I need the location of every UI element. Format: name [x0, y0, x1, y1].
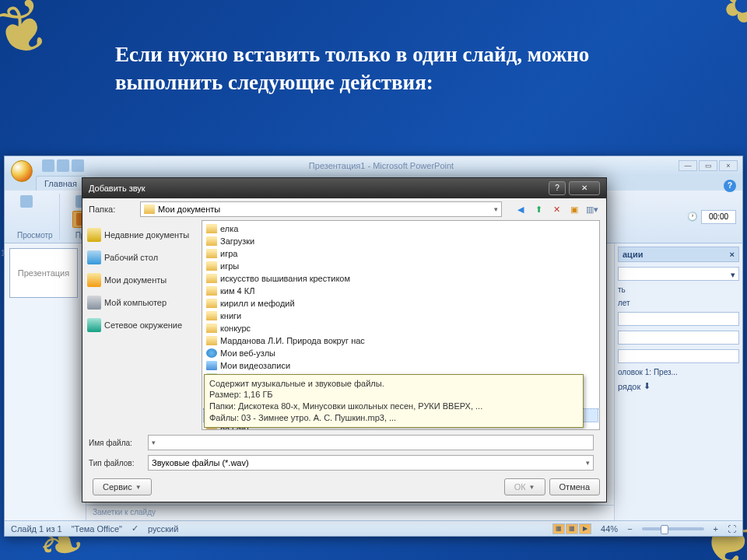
zoom-slider[interactable]	[642, 527, 704, 530]
sorter-view-button[interactable]: ▦	[566, 523, 578, 534]
timing-control: 🕐	[687, 194, 736, 240]
status-slide: Слайд 1 из 1	[11, 524, 62, 534]
minimize-button[interactable]: —	[679, 160, 697, 171]
file-item[interactable]: игры	[204, 260, 598, 272]
clock-icon: 🕐	[687, 212, 698, 222]
zoom-out-button[interactable]: −	[627, 524, 632, 534]
file-list[interactable]: елкаЗагрузкииграигрыискусство вышивания …	[202, 220, 600, 430]
tab-home[interactable]: Главная	[36, 176, 86, 191]
ok-button[interactable]: ОК▼	[504, 478, 545, 495]
maximize-button[interactable]: ▭	[699, 160, 717, 171]
slide-heading: Если нужно вставить только в один слайд,…	[115, 40, 669, 97]
folder-icon	[206, 286, 217, 296]
file-item[interactable]: ким 4 КЛ	[204, 285, 598, 297]
folder-label: Папка:	[89, 205, 134, 214]
close-button[interactable]: ×	[719, 160, 738, 171]
group-preview-label: Просмотр	[17, 229, 53, 240]
normal-view-button[interactable]: ▦	[552, 523, 565, 534]
filename-label: Имя файла:	[89, 439, 142, 447]
up-icon[interactable]: ⬆	[531, 201, 546, 217]
desktop-icon	[87, 250, 101, 264]
tp-select-2[interactable]	[618, 312, 739, 326]
spellcheck-icon: ✓	[132, 523, 139, 534]
folder-icon	[206, 236, 217, 246]
status-theme: "Тема Office"	[72, 524, 122, 534]
place-computer[interactable]: Мой компьютер	[84, 292, 200, 313]
taskpane-close[interactable]: ×	[730, 250, 735, 259]
folder-icon	[206, 336, 217, 345]
video-icon	[206, 361, 217, 370]
folder-icon	[206, 311, 217, 320]
file-item[interactable]: книги	[204, 310, 598, 322]
place-network[interactable]: Сетевое окружение	[84, 314, 200, 336]
qat-save-icon[interactable]	[42, 159, 54, 172]
tp-select-4[interactable]	[618, 349, 739, 363]
fit-button[interactable]: ⛶	[728, 524, 736, 534]
time-input[interactable]	[701, 210, 736, 224]
window-buttons: — ▭ ×	[679, 160, 738, 171]
views-icon[interactable]: ▥▾	[584, 201, 600, 217]
new-folder-icon[interactable]: ▣	[566, 201, 582, 217]
filetype-label: Тип файлов:	[89, 459, 142, 467]
insert-sound-dialog: Добавить звук ? ✕ Папка: Мои документы ▾…	[82, 177, 607, 502]
place-desktop[interactable]: Рабочий стол	[84, 247, 200, 268]
file-item[interactable]: Мои веб-узлы	[204, 347, 598, 359]
status-lang: русский	[148, 524, 178, 534]
ornament-tr: ✿	[713, 0, 747, 37]
tp-select-3[interactable]	[618, 331, 739, 345]
filename-input[interactable]	[148, 435, 594, 450]
window-title: Презентация1 - Microsoft PowerPoint	[84, 161, 679, 170]
dialog-help-button[interactable]: ?	[549, 181, 566, 195]
thumbnail-1[interactable]: Презентация	[9, 248, 78, 298]
folder-icon	[206, 274, 217, 283]
file-item[interactable]: Загрузки	[204, 235, 598, 247]
folder-icon	[206, 324, 217, 333]
file-item[interactable]: Марданова Л.И. Природа вокруг нас	[204, 334, 598, 347]
help-button[interactable]: ?	[724, 180, 736, 192]
office-button[interactable]	[11, 160, 33, 182]
recent-icon	[87, 228, 101, 242]
place-recent[interactable]: Недавние документы	[84, 224, 200, 246]
dialog-toolbar: ◀ ⬆ ✕ ▣ ▥▾	[513, 201, 600, 217]
cancel-button[interactable]: Отмена	[549, 478, 600, 495]
web-icon	[206, 348, 217, 358]
back-icon[interactable]: ◀	[513, 201, 528, 217]
quick-access-toolbar	[42, 159, 84, 172]
network-icon	[87, 318, 101, 332]
file-item[interactable]: кирилл и мефодий	[204, 297, 598, 310]
qat-undo-icon[interactable]	[57, 159, 69, 172]
place-documents[interactable]: Мои документы	[84, 269, 200, 291]
order-icon[interactable]: ⬇	[644, 381, 651, 391]
folder-icon	[206, 224, 217, 233]
status-bar: Слайд 1 из 1 "Тема Office" ✓ русский ▦ ▦…	[5, 520, 742, 536]
folder-icon	[144, 205, 155, 214]
filetype-dropdown[interactable]: Звуковые файлы (*.wav)	[148, 455, 594, 471]
zoom-in-button[interactable]: +	[714, 524, 718, 534]
file-item[interactable]: искусство вышивания крестиком	[204, 272, 598, 285]
folder-icon	[206, 299, 217, 308]
preview-button[interactable]	[17, 194, 53, 209]
file-item[interactable]: елка	[204, 222, 598, 235]
qat-redo-icon[interactable]	[72, 159, 84, 172]
view-buttons: ▦ ▦ ▶	[552, 523, 591, 534]
file-item[interactable]: Мои видеозаписи	[204, 359, 598, 372]
service-button[interactable]: Сервис▼	[93, 478, 152, 495]
delete-icon[interactable]: ✕	[549, 201, 564, 217]
play-icon	[20, 195, 33, 208]
places-bar: Недавние документы Рабочий стол Мои доку…	[82, 220, 202, 430]
tooltip: Содержит музыкальные и звуковые файлы. Р…	[204, 374, 584, 428]
dialog-close-button[interactable]: ✕	[569, 181, 600, 195]
file-item[interactable]: игра	[204, 247, 598, 260]
slideshow-button[interactable]: ▶	[579, 523, 591, 534]
folder-icon	[206, 261, 217, 271]
task-pane: ации× ▾ ть лет оловок 1: През... рядок⬇	[614, 243, 742, 520]
dialog-title: Добавить звук	[89, 184, 146, 193]
folder-dropdown[interactable]: Мои документы ▾	[140, 201, 502, 217]
tp-select-1[interactable]: ▾	[618, 267, 739, 281]
computer-icon	[87, 296, 101, 310]
documents-icon	[87, 273, 101, 287]
notes-pane[interactable]: Заметки к слайду	[86, 505, 614, 520]
ornament-tl: ❦	[0, 0, 65, 79]
pp-titlebar: Презентация1 - Microsoft PowerPoint — ▭ …	[5, 156, 742, 175]
file-item[interactable]: конкурс	[204, 322, 598, 334]
